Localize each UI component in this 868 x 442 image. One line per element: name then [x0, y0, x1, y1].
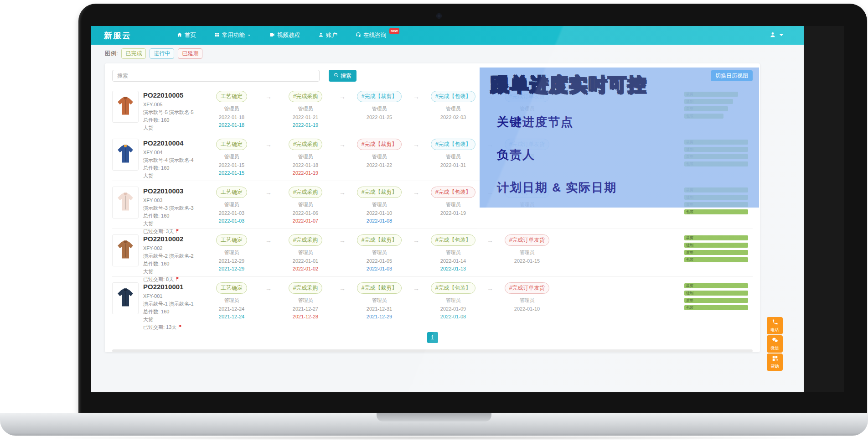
- stage-person: 管理员: [275, 249, 336, 256]
- progress-bar-后整: 后整: [684, 250, 748, 255]
- search-icon: [334, 73, 339, 79]
- chevron-down-icon: [247, 32, 251, 37]
- stage-plan-date: 2022-01-19: [423, 210, 483, 216]
- order-row-PO22010001[interactable]: PO22010001XFY-001演示款号-1 演示款名-1总件数: 160大货…: [112, 277, 753, 325]
- calendar-view-button[interactable]: 切换日历视图: [711, 70, 753, 81]
- order-tracking-app: 新服云 首页常用功能视频教程账户在线咨询new 图例: 已完成进行中已延期: [91, 26, 804, 392]
- stage-actual-date: 2022-01-08: [349, 218, 409, 224]
- float-3[interactable]: 帮助: [767, 354, 783, 371]
- legend-label: 图例:: [105, 50, 118, 57]
- chevron-down-icon: [778, 31, 785, 40]
- stage-badge[interactable]: 工艺确定: [216, 234, 247, 246]
- stage-badge[interactable]: #完成【裁剪】: [357, 234, 402, 246]
- float-item-label: 微信: [771, 345, 779, 351]
- progress-bar-包装: 包装: [684, 209, 748, 214]
- float-2[interactable]: 微信: [767, 335, 783, 353]
- stage-2: #完成采购管理员2022-01-212022-01-19: [275, 91, 336, 128]
- order-style-no: XFY-004: [143, 149, 202, 156]
- stage-badge[interactable]: #完成采购: [289, 282, 323, 294]
- order-batch-label: 大货: [143, 220, 202, 228]
- order-style-no: XFY-002: [143, 244, 202, 252]
- stage-badge[interactable]: 工艺确定: [216, 91, 247, 102]
- stage-person: 管理员: [275, 153, 336, 160]
- wechat-icon: [772, 337, 778, 344]
- stage-plan-date: 2022-01-18: [275, 162, 336, 168]
- stage-2: #完成采购管理员2022-01-012022-01-02: [275, 234, 336, 271]
- stage-badge[interactable]: #完成【包装】: [431, 234, 476, 246]
- stage-3: #完成【裁剪】管理员2022-01-052022-01-03: [349, 234, 409, 271]
- arrow-right-icon: →: [483, 285, 497, 292]
- progress-bar-后整: 后整: [684, 298, 748, 303]
- stage-actual-date: 2022-01-02: [275, 266, 336, 271]
- stage-plan-date: 2022-01-06: [275, 210, 336, 216]
- arrow-right-icon: →: [262, 189, 275, 196]
- stage-badge[interactable]: #完成【裁剪】: [357, 139, 402, 150]
- stage-person: 管理员: [349, 297, 409, 304]
- stage-badge[interactable]: 工艺确定: [216, 282, 247, 294]
- order-info: PO22010002XFY-002演示款号-2 演示款名-2总件数: 160大货…: [143, 234, 202, 283]
- user-icon: [770, 31, 776, 40]
- stage-plan-date: 2022-01-03: [202, 210, 262, 216]
- stage-plan-date: 2022-01-15: [202, 162, 262, 168]
- user-icon: [318, 32, 324, 37]
- stage-actual-date: 2022-01-03: [349, 266, 409, 271]
- search-input[interactable]: [112, 70, 320, 82]
- stage-person: 管理员: [202, 297, 262, 304]
- order-info: PO22010001XFY-001演示款号-1 演示款名-1总件数: 160大货…: [143, 281, 202, 331]
- stage-badge[interactable]: #完成【包装】: [431, 282, 476, 294]
- float-item-label: 帮助: [771, 364, 779, 369]
- stage-person: 管理员: [423, 153, 483, 160]
- stage-badge[interactable]: #完成【裁剪】: [357, 91, 402, 102]
- stage-badge[interactable]: #完成【裁剪】: [357, 187, 402, 198]
- stage-badge[interactable]: #完成订单发货: [505, 234, 550, 246]
- arrow-right-icon: →: [483, 237, 497, 244]
- nav-item-5[interactable]: 在线咨询new: [356, 31, 399, 39]
- stage-4: #完成【包装】管理员2022-01-092022-01-08: [423, 282, 483, 319]
- progress-bar-裁剪: 裁剪: [684, 235, 748, 240]
- stage-badge[interactable]: #完成采购: [289, 187, 323, 198]
- promo-line-2: 负责人: [497, 147, 759, 163]
- float-1[interactable]: 电话: [767, 317, 783, 334]
- search-button[interactable]: 搜索: [329, 70, 356, 82]
- legend-tag-3: 已延期: [178, 48, 202, 59]
- stage-badge[interactable]: #完成【包装】: [431, 139, 476, 150]
- nav-item-3[interactable]: 视频教程: [269, 31, 300, 39]
- nav-item-label: 常用功能: [222, 31, 245, 39]
- stage-person: 管理员: [349, 153, 409, 160]
- promo-overlay: 跟单进度实时可控 关键进度节点 负责人 计划日期 & 实际日期: [480, 68, 759, 208]
- nav-item-1[interactable]: 首页: [177, 31, 196, 39]
- stage-badge[interactable]: 工艺确定: [216, 187, 247, 198]
- horizontal-scrollbar[interactable]: [112, 349, 753, 352]
- stage-3: #完成【裁剪】管理员2022-01-25: [349, 91, 409, 120]
- stage-badge[interactable]: #完成【包装】: [431, 91, 476, 102]
- stage-badge[interactable]: #完成【包装】: [431, 187, 476, 198]
- search-button-label: 搜索: [341, 72, 351, 80]
- order-qty-label: 总件数: 160: [143, 308, 202, 316]
- laptop-bezel: 新服云 首页常用功能视频教程账户在线咨询new 图例: 已完成进行中已延期: [78, 4, 867, 413]
- stage-plan-date: 2022-01-15: [497, 258, 557, 264]
- production-progress-bars: 裁剪缝制后整包装: [684, 283, 753, 310]
- promo-line-3: 计划日期 & 实际日期: [497, 180, 759, 196]
- stage-badge[interactable]: #完成订单发货: [505, 282, 550, 294]
- stage-badge[interactable]: #完成采购: [289, 139, 323, 150]
- stage-badge[interactable]: #完成【裁剪】: [357, 282, 402, 294]
- stage-person: 管理员: [349, 201, 409, 208]
- stage-badge[interactable]: #完成采购: [289, 91, 323, 102]
- app-logo[interactable]: 新服云: [104, 30, 131, 41]
- stage-3: #完成【裁剪】管理员2022-01-102022-01-08: [349, 187, 409, 224]
- account-menu[interactable]: [770, 31, 791, 40]
- top-navbar: 新服云 首页常用功能视频教程账户在线咨询new: [91, 26, 804, 45]
- order-row-PO22010002[interactable]: PO22010002XFY-002演示款号-2 演示款名-2总件数: 160大货…: [112, 229, 753, 277]
- nav-item-4[interactable]: 账户: [318, 31, 337, 39]
- stage-plan-date: 2022-01-18: [202, 114, 262, 120]
- status-legend: 图例: 已完成进行中已延期: [105, 48, 804, 59]
- order-batch-label: 大货: [143, 316, 202, 323]
- page-1-button[interactable]: 1: [427, 332, 438, 343]
- laptop-notch: [377, 413, 491, 421]
- stage-badge[interactable]: #完成采购: [289, 234, 323, 246]
- stage-actual-date: 2021-12-29: [202, 266, 262, 271]
- pagination: 1: [112, 332, 753, 343]
- product-thumbnail: [112, 91, 139, 123]
- nav-item-2[interactable]: 常用功能: [214, 31, 251, 39]
- stage-badge[interactable]: 工艺确定: [216, 139, 247, 150]
